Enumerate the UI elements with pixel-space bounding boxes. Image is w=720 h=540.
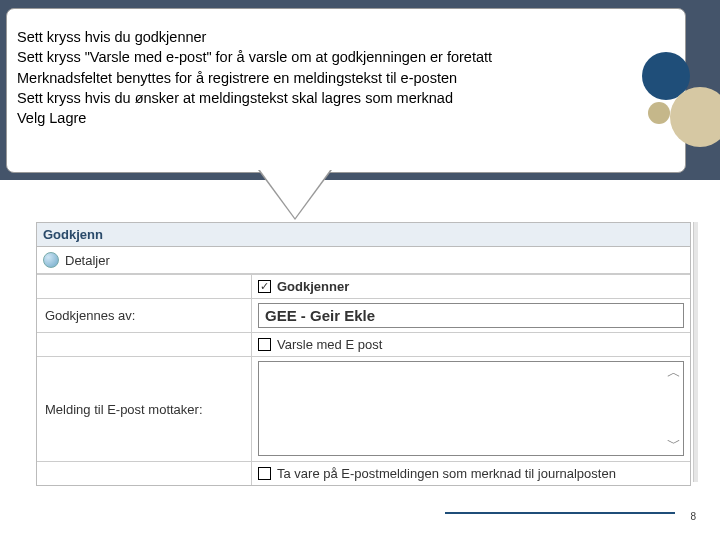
scroll-up-icon[interactable]: ︿: [667, 364, 681, 382]
callout-line: Sett kryss hvis du ønsker at meldingstek…: [17, 88, 675, 108]
empty-cell: [37, 332, 252, 356]
scrollbar-track[interactable]: [693, 222, 698, 482]
message-textarea[interactable]: ︿ ﹀: [258, 361, 684, 456]
keep-checkbox-label: Ta vare på E-postmeldingen som merknad t…: [277, 466, 616, 481]
approved-by-input[interactable]: GEE - Geir Ekle: [258, 303, 684, 328]
message-cell: ︿ ﹀: [252, 356, 690, 461]
callout-line: Sett kryss hvis du godkjenner: [17, 27, 675, 47]
details-icon: [43, 252, 59, 268]
instruction-callout: Sett kryss hvis du godkjenner Sett kryss…: [6, 8, 686, 173]
keep-checkbox-cell: Ta vare på E-postmeldingen som merknad t…: [252, 461, 690, 485]
approved-by-label: Godkjennes av:: [37, 298, 252, 332]
empty-cell: [37, 274, 252, 298]
keep-as-note-checkbox[interactable]: [258, 467, 271, 480]
details-label: Detaljer: [65, 253, 110, 268]
notify-checkbox-cell: Varsle med E post: [252, 332, 690, 356]
footer-rule: [445, 512, 675, 514]
approver-checkbox-cell: ✓ Godkjenner: [252, 274, 690, 298]
approved-by-cell: GEE - Geir Ekle: [252, 298, 690, 332]
details-header[interactable]: Detaljer: [37, 247, 690, 274]
empty-cell: [37, 461, 252, 485]
notify-checkbox-label: Varsle med E post: [277, 337, 382, 352]
approver-checkbox-label: Godkjenner: [277, 279, 349, 294]
circle-icon: [648, 102, 670, 124]
notify-checkbox[interactable]: [258, 338, 271, 351]
callout-tail: [260, 170, 330, 218]
approval-form: Godkjenn Detaljer ✓ Godkjenner Godkjenne…: [36, 222, 691, 486]
approver-checkbox[interactable]: ✓: [258, 280, 271, 293]
scroll-down-icon[interactable]: ﹀: [667, 435, 681, 453]
page-number: 8: [690, 511, 696, 522]
form-title: Godkjenn: [37, 223, 690, 247]
callout-line: Sett kryss "Varsle med e-post" for å var…: [17, 47, 675, 67]
message-label: Melding til E-post mottaker:: [37, 356, 252, 461]
callout-line: Velg Lagre: [17, 108, 675, 128]
callout-line: Merknadsfeltet benyttes for å registrere…: [17, 68, 675, 88]
